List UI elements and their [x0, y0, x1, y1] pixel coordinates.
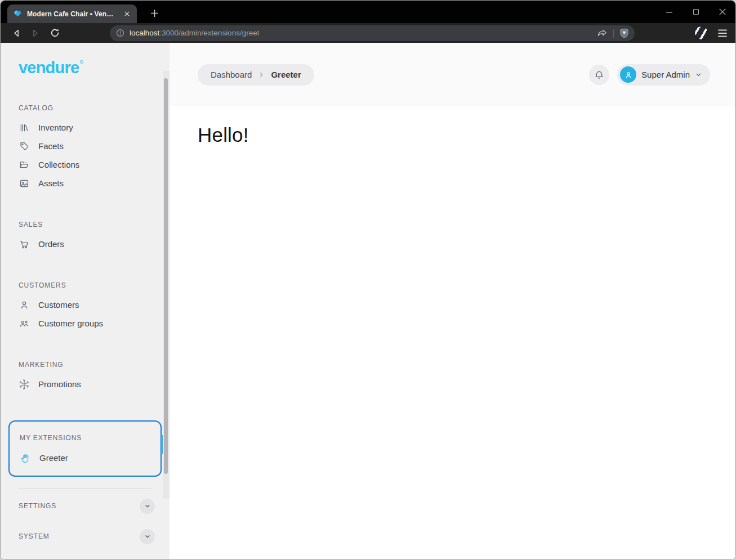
section-label-marketing: MARKETING: [19, 361, 169, 369]
section-label-my-extensions: MY EXTENSIONS: [20, 434, 160, 442]
refresh-button[interactable]: [47, 25, 63, 41]
browser-window: Modern Cafe Chair • Vendure: [0, 0, 736, 560]
tag-icon: [19, 141, 29, 151]
url-text: localhost:3000/admin/extensions/greet: [130, 29, 259, 37]
chevron-down-icon: [695, 71, 702, 78]
bell-icon: [594, 70, 604, 80]
sidebar-item-facets[interactable]: Facets: [1, 137, 169, 155]
system-expand-button[interactable]: [140, 529, 155, 544]
sidebar-section-customers: CUSTOMERS Customers Customer groups: [1, 281, 169, 333]
brave-shield-icon[interactable]: [619, 28, 629, 38]
browser-profile-avatar[interactable]: [694, 26, 708, 40]
sidebar-section-sales: SALES Orders: [1, 221, 169, 253]
sidebar-item-label: Customers: [38, 300, 79, 310]
sidebar-section-catalog: CATALOG Inventory Facets: [1, 104, 169, 192]
sidebar-section-settings-toggle[interactable]: SETTINGS: [1, 493, 169, 519]
share-icon[interactable]: [597, 28, 608, 38]
sidebar-item-label: Promotions: [38, 379, 81, 389]
section-label-system: SYSTEM: [19, 532, 50, 540]
sidebar-section-marketing: MARKETING Promotions: [1, 361, 169, 393]
sidebar-item-collections[interactable]: Collections: [1, 155, 169, 174]
settings-expand-button[interactable]: [140, 499, 155, 514]
users-icon: [19, 319, 29, 329]
section-label-sales: SALES: [19, 221, 169, 229]
minimize-button[interactable]: [656, 1, 683, 23]
folder-open-icon: [19, 160, 29, 170]
cart-icon: [19, 239, 29, 249]
sidebar-scrollbar-track[interactable]: [163, 71, 169, 499]
back-button[interactable]: [8, 25, 24, 41]
address-bar[interactable]: localhost:3000/admin/extensions/greet: [110, 25, 635, 41]
main-header: Dashboard Greeter: [169, 43, 735, 106]
omnibox-actions: [597, 28, 629, 38]
url-path: :3000/admin/extensions/greet: [159, 29, 259, 37]
sidebar-item-greeter[interactable]: Greeter: [10, 449, 160, 467]
browser-menu-icon[interactable]: [717, 29, 728, 38]
page-title: Hello!: [198, 124, 707, 146]
sidebar-scrollbar-thumb[interactable]: [164, 78, 168, 474]
sidebar-item-label: Orders: [38, 239, 64, 249]
sidebar-item-inventory[interactable]: Inventory: [1, 118, 169, 137]
sidebar-item-label: Inventory: [38, 123, 73, 132]
section-label-settings: SETTINGS: [19, 502, 56, 510]
sidebar-item-customers[interactable]: Customers: [1, 295, 169, 314]
separator: [613, 29, 614, 38]
sidebar-item-label: Customer groups: [38, 319, 103, 328]
maximize-button[interactable]: [683, 1, 709, 23]
breadcrumb-current: Greeter: [271, 70, 301, 79]
url-host: localhost: [130, 29, 159, 37]
user-name: Super Admin: [641, 70, 690, 79]
my-extensions-highlight-box: MY EXTENSIONS Greeter: [8, 420, 162, 477]
notifications-button[interactable]: [589, 65, 609, 85]
snowflake-icon: [19, 379, 29, 389]
hand-icon: [20, 453, 30, 463]
page-content: Hello!: [169, 106, 735, 560]
sidebar-divider: [19, 488, 151, 489]
sidebar-item-promotions[interactable]: Promotions: [1, 375, 169, 393]
library-icon: [19, 123, 29, 133]
user-icon: [19, 300, 29, 310]
sidebar-item-assets[interactable]: Assets: [1, 174, 169, 192]
sidebar-item-customer-groups[interactable]: Customer groups: [1, 314, 169, 333]
section-label-customers: CUSTOMERS: [19, 281, 169, 289]
sidebar-item-label: Facets: [38, 141, 64, 151]
close-window-button[interactable]: [709, 1, 735, 23]
breadcrumb: Dashboard Greeter: [198, 64, 314, 86]
site-info-icon[interactable]: [116, 29, 124, 37]
vendure-logo[interactable]: vendure: [19, 60, 169, 76]
new-tab-button[interactable]: [146, 5, 163, 21]
main-area: Dashboard Greeter: [169, 43, 735, 560]
browser-tab[interactable]: Modern Cafe Chair • Vendure: [7, 5, 137, 23]
toolbar-right: [694, 26, 728, 40]
vendure-logo-text: vendure: [19, 60, 79, 76]
user-menu-button[interactable]: Super Admin: [617, 64, 710, 86]
image-icon: [19, 178, 29, 189]
tab-title: Modern Cafe Chair • Vendure: [27, 10, 117, 18]
vendure-logo-mark: [80, 60, 83, 64]
chevron-down-icon: [144, 533, 151, 540]
vendure-admin-app: vendure CATALOG Inventory Facets: [1, 43, 735, 560]
user-avatar: [620, 66, 636, 83]
sidebar-item-label: Greeter: [39, 453, 68, 463]
vendure-favicon: [13, 10, 23, 18]
chevron-down-icon: [144, 503, 151, 509]
sidebar-section-system-toggle[interactable]: SYSTEM: [1, 523, 169, 549]
forward-button[interactable]: [28, 25, 43, 41]
chevron-right-icon: [258, 71, 265, 78]
window-controls: [656, 1, 735, 23]
sidebar: vendure CATALOG Inventory Facets: [1, 43, 169, 560]
section-label-catalog: CATALOG: [19, 104, 169, 112]
sidebar-item-label: Collections: [38, 160, 79, 169]
header-actions: Super Admin: [589, 64, 710, 86]
breadcrumb-dashboard-link[interactable]: Dashboard: [211, 70, 252, 79]
active-item-indicator: [161, 435, 163, 454]
sidebar-item-label: Assets: [38, 178, 64, 188]
browser-toolbar: localhost:3000/admin/extensions/greet: [1, 23, 735, 43]
browser-titlebar: Modern Cafe Chair • Vendure: [1, 1, 735, 23]
sidebar-item-orders[interactable]: Orders: [1, 235, 169, 253]
tab-close-icon[interactable]: [122, 9, 132, 19]
